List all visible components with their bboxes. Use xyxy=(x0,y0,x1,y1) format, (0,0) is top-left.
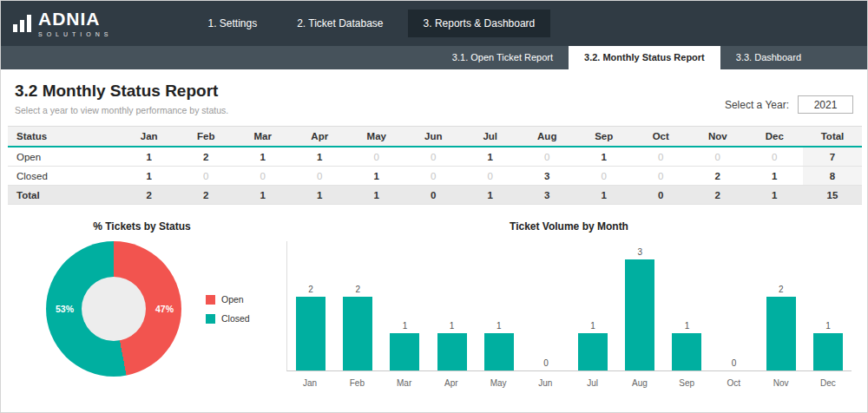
cell-value: 1 xyxy=(234,186,292,205)
legend-item-closed: Closed xyxy=(206,313,250,324)
column-header-jan: Jan xyxy=(121,127,178,148)
status-table-body: Open1211001010007Closed1000100300218Tota… xyxy=(8,147,862,205)
column-header-total: Total xyxy=(803,127,862,148)
charts-section: % Tickets by Status 53% 47% OpenClosed T… xyxy=(1,212,867,388)
column-header-apr: Apr xyxy=(292,127,349,148)
x-label-feb: Feb xyxy=(333,371,380,388)
bar-value-label: 1 xyxy=(403,321,408,331)
cell-value: 2 xyxy=(689,186,746,205)
x-label-jun: Jun xyxy=(522,371,569,388)
row-label: Closed xyxy=(8,167,121,186)
subnav-item-3-3-dashboard[interactable]: 3.3. Dashboard xyxy=(720,46,817,69)
legend-swatch-closed xyxy=(206,314,215,324)
column-header-sep: Sep xyxy=(575,127,633,148)
bar[interactable] xyxy=(343,297,372,370)
bar-value-label: 0 xyxy=(543,358,549,368)
column-header-nov: Nov xyxy=(689,127,746,148)
x-label-jul: Jul xyxy=(569,371,616,388)
cell-value: 1 xyxy=(234,147,292,167)
column-header-mar: Mar xyxy=(234,127,292,148)
x-label-jan: Jan xyxy=(286,371,333,388)
subnav-item-3-1-open-ticket-report[interactable]: 3.1. Open Ticket Report xyxy=(437,46,569,69)
bar-value-label: 2 xyxy=(308,285,313,294)
legend-swatch-open xyxy=(206,295,215,305)
x-label-sep: Sep xyxy=(663,371,710,388)
header-bar: ADNIA SOLUTIONS 1. Settings2. Ticket Dat… xyxy=(1,1,867,46)
year-input[interactable] xyxy=(798,95,853,114)
nav-item-1-settings[interactable]: 1. Settings xyxy=(192,10,273,37)
cell-value: 0 xyxy=(633,186,690,205)
cell-value: 3 xyxy=(519,186,576,205)
bar-value-label: 3 xyxy=(638,247,643,257)
cell-total: 8 xyxy=(803,167,862,186)
bar-value-label: 2 xyxy=(779,285,784,294)
cell-value: 0 xyxy=(746,147,804,167)
bar-column-mar: 1 xyxy=(381,241,428,370)
cell-value: 2 xyxy=(178,147,235,167)
bar[interactable] xyxy=(625,259,654,370)
cell-value: 2 xyxy=(121,186,178,205)
brand-name: ADNIA xyxy=(38,10,112,28)
brand-logo: ADNIA SOLUTIONS xyxy=(13,10,112,37)
bar[interactable] xyxy=(484,333,514,370)
bar-chart-logo-icon xyxy=(13,15,31,32)
cell-value: 2 xyxy=(178,186,235,205)
x-label-nov: Nov xyxy=(758,371,805,388)
x-label-aug: Aug xyxy=(616,371,663,388)
donut-hole xyxy=(82,277,146,341)
bar[interactable] xyxy=(390,333,419,370)
cell-value: 0 xyxy=(462,167,519,186)
bar-column-may: 1 xyxy=(476,241,523,370)
bar[interactable] xyxy=(672,333,701,370)
cell-value: 0 xyxy=(575,167,633,186)
cell-value: 2 xyxy=(689,167,746,186)
bar[interactable] xyxy=(766,297,796,370)
status-table: StatusJanFebMarAprMayJunJulAugSepOctNovD… xyxy=(8,126,862,205)
legend-label: Closed xyxy=(221,313,250,324)
bar-value-label: 1 xyxy=(685,321,690,331)
table-header-row: StatusJanFebMarAprMayJunJulAugSepOctNovD… xyxy=(8,127,862,148)
legend-item-open: Open xyxy=(206,294,250,305)
cell-value: 1 xyxy=(746,167,804,186)
cell-value: 1 xyxy=(348,186,405,205)
bar[interactable] xyxy=(813,333,843,370)
column-header-jun: Jun xyxy=(405,127,463,148)
bar-value-label: 0 xyxy=(732,358,737,368)
bar-column-aug: 3 xyxy=(616,241,663,370)
cell-value: 0 xyxy=(234,167,292,186)
cell-value: 1 xyxy=(292,186,349,205)
column-header-jul: Jul xyxy=(462,127,519,148)
donut-block: % Tickets by Status 53% 47% OpenClosed xyxy=(10,215,274,388)
cell-value: 1 xyxy=(292,147,349,167)
table-row-open: Open1211001010007 xyxy=(8,147,862,167)
bar-value-label: 1 xyxy=(450,321,455,331)
table-row-total: Total22111013102115 xyxy=(8,186,862,205)
cell-value: 0 xyxy=(405,167,463,186)
row-label: Open xyxy=(8,147,121,167)
cell-value: 0 xyxy=(633,147,690,167)
subnav-item-3-2-monthly-status-report[interactable]: 3.2. Monthly Status Report xyxy=(569,46,720,69)
column-header-aug: Aug xyxy=(519,127,576,148)
legend-label: Open xyxy=(221,294,244,305)
bar[interactable] xyxy=(578,333,608,370)
bar-value-label: 1 xyxy=(496,321,502,331)
subnav-bar: 3.1. Open Ticket Report3.2. Monthly Stat… xyxy=(1,46,867,69)
bar[interactable] xyxy=(296,297,326,370)
brand-subtitle: SOLUTIONS xyxy=(38,31,112,37)
column-header-may: May xyxy=(348,127,405,148)
cell-value: 1 xyxy=(121,147,178,167)
bar-chart-title: Ticket Volume by Month xyxy=(286,220,852,233)
cell-value: 0 xyxy=(348,147,405,167)
cell-value: 1 xyxy=(575,186,633,205)
nav-item-2-ticket-database[interactable]: 2. Ticket Database xyxy=(281,10,398,37)
main-nav: 1. Settings2. Ticket Database3. Reports … xyxy=(192,10,550,37)
cell-value: 1 xyxy=(462,186,519,205)
column-header-status: Status xyxy=(8,127,121,148)
donut-chart: 53% 47% xyxy=(46,241,181,377)
column-header-dec: Dec xyxy=(746,127,804,148)
page-subtitle: Select a year to view monthly performanc… xyxy=(15,105,228,115)
nav-item-3-reports-dashboard[interactable]: 3. Reports & Dashboard xyxy=(408,10,551,37)
bar[interactable] xyxy=(437,333,467,370)
bar-column-nov: 2 xyxy=(758,241,805,370)
bar-value-label: 2 xyxy=(355,285,360,294)
